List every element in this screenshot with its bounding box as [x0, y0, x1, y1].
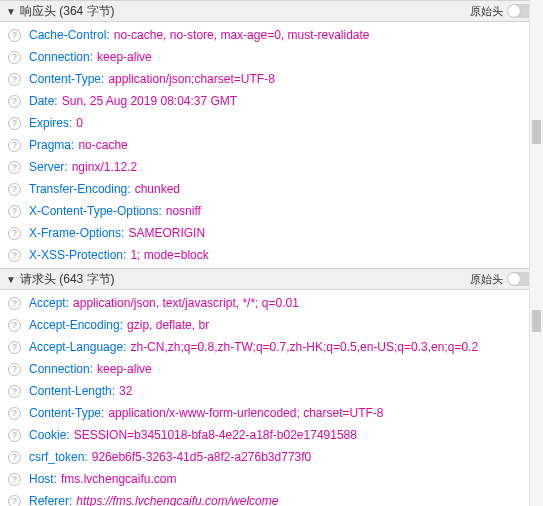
colon: :: [158, 204, 161, 218]
colon: :: [106, 28, 109, 42]
header-value: SESSION=b3451018-bfa8-4e22-a18f-b02e1749…: [74, 428, 357, 442]
help-icon[interactable]: ?: [8, 161, 21, 174]
header-name: Content-Type: [29, 406, 101, 420]
header-value: chunked: [135, 182, 180, 196]
colon: :: [101, 72, 104, 86]
header-name: Server: [29, 160, 64, 174]
header-name: Host: [29, 472, 54, 486]
help-icon[interactable]: ?: [8, 495, 21, 507]
header-row: ?Expires:0: [0, 112, 543, 134]
header-row: ?csrf_token:926eb6f5-3263-41d5-a8f2-a276…: [0, 446, 543, 468]
help-icon[interactable]: ?: [8, 473, 21, 486]
header-name: Date: [29, 94, 54, 108]
help-icon[interactable]: ?: [8, 407, 21, 420]
help-icon[interactable]: ?: [8, 29, 21, 42]
help-icon[interactable]: ?: [8, 73, 21, 86]
colon: :: [127, 182, 130, 196]
header-value: Sun, 25 Aug 2019 08:04:37 GMT: [62, 94, 237, 108]
header-row: ?Accept-Encoding:gzip, deflate, br: [0, 314, 543, 336]
headers-panel: ▼ 响应头 (364 字节) 原始头 ?Cache-Control:no-cac…: [0, 0, 543, 506]
help-icon[interactable]: ?: [8, 429, 21, 442]
help-icon[interactable]: ?: [8, 205, 21, 218]
colon: :: [66, 296, 69, 310]
header-row: ?Accept-Language:zh-CN,zh;q=0.8,zh-TW;q=…: [0, 336, 543, 358]
header-name: Accept-Encoding: [29, 318, 120, 332]
colon: :: [121, 226, 124, 240]
header-name: Pragma: [29, 138, 71, 152]
header-row: ?Content-Type:application/x-www-form-url…: [0, 402, 543, 424]
header-value: 926eb6f5-3263-41d5-a8f2-a276b3d773f0: [92, 450, 312, 464]
header-value: SAMEORIGIN: [128, 226, 205, 240]
help-icon[interactable]: ?: [8, 183, 21, 196]
header-name: csrf_token: [29, 450, 84, 464]
header-value: application/json;charset=UTF-8: [108, 72, 274, 86]
chevron-down-icon: ▼: [6, 6, 16, 17]
colon: :: [54, 472, 57, 486]
help-icon[interactable]: ?: [8, 297, 21, 310]
help-icon[interactable]: ?: [8, 139, 21, 152]
header-name: X-XSS-Protection: [29, 248, 123, 262]
colon: :: [101, 406, 104, 420]
header-value: 1; mode=block: [130, 248, 208, 262]
colon: :: [66, 428, 69, 442]
help-icon[interactable]: ?: [8, 319, 21, 332]
header-value: keep-alive: [97, 50, 152, 64]
header-row: ?Cache-Control:no-cache, no-store, max-a…: [0, 24, 543, 46]
header-value: https://fms.lvchengcaifu.com/welcome: [76, 494, 278, 506]
help-icon[interactable]: ?: [8, 341, 21, 354]
header-row: ?Date:Sun, 25 Aug 2019 08:04:37 GMT: [0, 90, 543, 112]
header-name: Cache-Control: [29, 28, 106, 42]
response-headers-title: 响应头 (364 字节): [20, 3, 115, 20]
header-row: ?Pragma:no-cache: [0, 134, 543, 156]
header-row: ?Transfer-Encoding:chunked: [0, 178, 543, 200]
header-value: gzip, deflate, br: [127, 318, 209, 332]
header-row: ?Connection:keep-alive: [0, 358, 543, 380]
header-value: 32: [119, 384, 132, 398]
colon: :: [90, 362, 93, 376]
help-icon[interactable]: ?: [8, 117, 21, 130]
header-value: nginx/1.12.2: [72, 160, 137, 174]
header-value: fms.lvchengcaifu.com: [61, 472, 176, 486]
header-name: Content-Length: [29, 384, 112, 398]
header-name: Referer: [29, 494, 69, 506]
colon: :: [71, 138, 74, 152]
header-name: Transfer-Encoding: [29, 182, 127, 196]
request-headers-title: 请求头 (643 字节): [20, 271, 115, 288]
scrollbar-track[interactable]: [529, 0, 543, 506]
help-icon[interactable]: ?: [8, 227, 21, 240]
header-row: ?X-Frame-Options:SAMEORIGIN: [0, 222, 543, 244]
header-name: Content-Type: [29, 72, 101, 86]
request-headers-section-header[interactable]: ▼ 请求头 (643 字节) 原始头: [0, 268, 543, 290]
header-name: Connection: [29, 50, 90, 64]
colon: :: [64, 160, 67, 174]
header-value: application/x-www-form-urlencoded; chars…: [108, 406, 383, 420]
help-icon[interactable]: ?: [8, 363, 21, 376]
header-value: keep-alive: [97, 362, 152, 376]
request-headers-list: ?Accept:application/json, text/javascrip…: [0, 290, 543, 506]
header-row: ?Host:fms.lvchengcaifu.com: [0, 468, 543, 490]
help-icon[interactable]: ?: [8, 95, 21, 108]
header-row: ?Accept:application/json, text/javascrip…: [0, 292, 543, 314]
raw-toggle-label: 原始头: [470, 272, 503, 287]
header-row: ?Content-Type:application/json;charset=U…: [0, 68, 543, 90]
help-icon[interactable]: ?: [8, 385, 21, 398]
scrollbar-thumb[interactable]: [532, 120, 541, 144]
help-icon[interactable]: ?: [8, 51, 21, 64]
scrollbar-thumb[interactable]: [532, 310, 541, 332]
header-value: application/json, text/javascript, */*; …: [73, 296, 299, 310]
help-icon[interactable]: ?: [8, 249, 21, 262]
response-headers-list: ?Cache-Control:no-cache, no-store, max-a…: [0, 22, 543, 268]
response-headers-section-header[interactable]: ▼ 响应头 (364 字节) 原始头: [0, 0, 543, 22]
colon: :: [112, 384, 115, 398]
header-name: Expires: [29, 116, 69, 130]
header-value: nosniff: [166, 204, 201, 218]
help-icon[interactable]: ?: [8, 451, 21, 464]
header-value: 0: [76, 116, 83, 130]
header-name: Accept-Language: [29, 340, 123, 354]
header-name: Accept: [29, 296, 66, 310]
header-name: X-Content-Type-Options: [29, 204, 158, 218]
header-row: ?Cookie:SESSION=b3451018-bfa8-4e22-a18f-…: [0, 424, 543, 446]
chevron-down-icon: ▼: [6, 274, 16, 285]
header-row: ?Connection:keep-alive: [0, 46, 543, 68]
header-name: Connection: [29, 362, 90, 376]
